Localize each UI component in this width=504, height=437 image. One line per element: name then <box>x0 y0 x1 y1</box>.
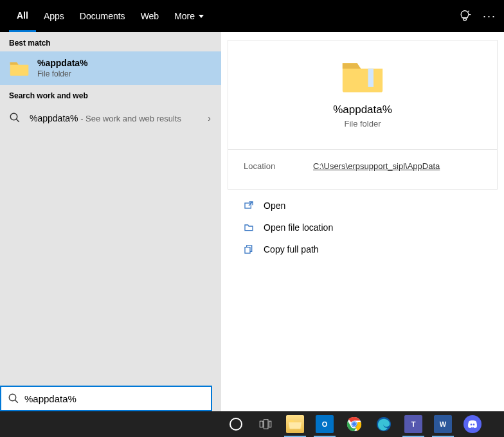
folder-icon <box>341 57 384 94</box>
file-explorer-icon <box>286 415 304 433</box>
open-icon <box>243 200 255 211</box>
ellipsis-icon[interactable]: ··· <box>483 10 496 23</box>
action-open-label: Open <box>264 201 285 211</box>
task-view-icon <box>259 419 272 429</box>
folder-open-icon <box>243 222 255 233</box>
tab-more[interactable]: More <box>166 0 212 32</box>
search-web-hint: - See work and web results <box>78 114 181 123</box>
preview-panel: %appdata% File folder Location C:\Users\… <box>221 32 504 411</box>
folder-icon <box>9 59 30 77</box>
taskbar: O T W <box>0 411 504 437</box>
svg-rect-2 <box>368 69 374 87</box>
search-web-query: %appdata% <box>30 113 78 123</box>
search-web-header: Search work and web <box>0 85 221 104</box>
location-value[interactable]: C:\Users\erpsupport_sipl\AppData <box>313 161 440 171</box>
cortana-button[interactable] <box>221 411 251 437</box>
svg-point-0 <box>10 113 17 120</box>
search-tabs-bar: All Apps Documents Web More ··· <box>0 0 504 32</box>
result-subtitle: File folder <box>37 69 88 78</box>
tab-all[interactable]: All <box>9 0 36 32</box>
results-panel: Best match %appdata% File folder Search … <box>0 32 221 411</box>
task-view-button[interactable] <box>251 411 280 437</box>
discord-icon <box>464 415 482 433</box>
best-match-header: Best match <box>0 32 221 51</box>
chevron-down-icon <box>199 15 204 18</box>
chrome-icon <box>346 416 362 432</box>
svg-point-16 <box>471 424 473 425</box>
search-icon <box>9 112 22 125</box>
taskbar-app-discord[interactable] <box>458 411 487 437</box>
edge-icon <box>376 416 392 432</box>
search-input[interactable] <box>24 393 204 404</box>
preview-subtitle: File folder <box>344 119 381 129</box>
word-icon: W <box>434 415 452 433</box>
result-title: %appdata% <box>37 58 88 68</box>
tab-more-label: More <box>174 11 195 21</box>
svg-point-6 <box>9 394 16 401</box>
search-box[interactable] <box>0 386 212 411</box>
svg-line-1 <box>16 119 19 122</box>
search-icon <box>8 393 19 404</box>
taskbar-app-edge[interactable] <box>369 411 399 437</box>
location-label: Location <box>244 161 313 171</box>
tab-documents[interactable]: Documents <box>72 0 133 32</box>
teams-icon: T <box>404 415 422 433</box>
taskbar-app-word[interactable]: W <box>428 411 458 437</box>
svg-line-7 <box>15 400 18 403</box>
cortana-icon <box>230 418 242 431</box>
svg-rect-10 <box>269 421 271 427</box>
search-web-result[interactable]: %appdata% - See work and web results › <box>0 104 221 132</box>
copy-icon <box>243 244 255 255</box>
taskbar-app-chrome[interactable] <box>339 411 369 437</box>
svg-rect-9 <box>264 420 268 429</box>
taskbar-app-explorer[interactable] <box>280 411 310 437</box>
svg-rect-8 <box>260 421 263 427</box>
svg-rect-5 <box>245 247 250 253</box>
action-copy-path[interactable]: Copy full path <box>239 238 486 260</box>
action-open-location[interactable]: Open file location <box>239 217 486 238</box>
tab-apps[interactable]: Apps <box>36 0 72 32</box>
preview-title: %appdata% <box>333 103 392 116</box>
action-open[interactable]: Open <box>239 195 486 217</box>
feedback-icon[interactable] <box>458 10 471 22</box>
taskbar-app-teams[interactable]: T <box>399 411 428 437</box>
chevron-right-icon: › <box>208 113 211 123</box>
taskbar-app-outlook[interactable]: O <box>310 411 339 437</box>
action-copy-path-label: Copy full path <box>264 244 319 254</box>
action-open-location-label: Open file location <box>264 222 333 233</box>
svg-point-17 <box>473 424 475 425</box>
best-match-result[interactable]: %appdata% File folder <box>0 51 221 85</box>
outlook-icon: O <box>316 415 334 433</box>
svg-point-14 <box>352 422 356 426</box>
tab-web[interactable]: Web <box>133 0 167 32</box>
